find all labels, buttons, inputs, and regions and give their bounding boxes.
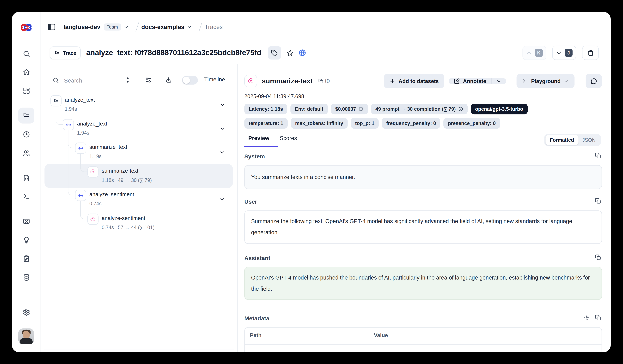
chevron-down-icon [556,50,562,56]
expand-metadata-button[interactable] [584,315,590,321]
sidebar-item-dashboards[interactable] [18,83,34,98]
toggle-knob [183,77,190,84]
add-to-datasets-button[interactable]: Add to datasets [384,74,444,88]
project-switcher-button[interactable] [186,24,192,30]
sidebar-toggle-button[interactable] [47,22,56,31]
trace-type-label: Trace [63,50,76,56]
org-type-badge: Team [104,23,121,30]
shortcut-key-badge: J [565,49,573,57]
clipboard-pen-icon [22,255,30,262]
observation-title: summarize-text [262,77,313,85]
top-header: langfuse-dev Team docs-examples Traces [41,12,611,42]
sidebar-item-annotation[interactable] [18,251,34,266]
timeline-toggle[interactable] [182,76,198,85]
comments-button[interactable] [586,74,602,88]
token-usage: 57 → 44 (∑ 101) [118,225,155,230]
sidebar-item-settings[interactable] [18,304,34,320]
tree-row-span-analyze_sentiment[interactable]: analyze_sentiment 0.74s [41,186,234,209]
generation-icon [88,166,99,177]
chevron-down-icon [564,79,569,84]
sidebar-item-insights[interactable] [18,232,34,248]
sidebar-item-datasets[interactable] [18,269,34,285]
info-icon [358,106,364,111]
section-label-user: User [244,198,257,205]
list-tree-icon [22,111,30,120]
previous-trace-button[interactable]: K [522,46,546,60]
trash-icon [587,49,594,56]
chevron-down-icon [186,24,192,30]
sidebar-item-search[interactable] [18,46,34,62]
annotate-dropdown-button[interactable] [492,78,506,84]
collapse-node-button[interactable] [219,196,225,202]
delete-trace-button[interactable] [582,46,599,60]
sidebar-item-home[interactable] [18,64,34,80]
sidebar-item-traces[interactable] [18,108,34,124]
metadata-col-path: Path [250,332,262,338]
breadcrumb-page[interactable]: Traces [205,23,222,30]
format-formatted-option[interactable]: Formatted [545,135,578,145]
users-icon [22,149,30,157]
search-icon [52,77,59,84]
tree-row-span-summarize_text[interactable]: summarize_text 1.19s [41,139,234,162]
tokens-badge[interactable]: 49 prompt → 30 completion (∑ 79) [371,104,467,114]
tab-scores[interactable]: Scores [280,135,297,143]
breadcrumb-project[interactable]: docs-examples [141,23,184,30]
search-icon [22,50,30,57]
collapse-node-button[interactable] [219,102,225,108]
panel-left-icon [47,22,56,31]
trace-title: analyze_text: f0f78d8887011612a3c25bdcb8… [86,48,261,57]
format-toggle: Formatted JSON [544,134,601,146]
download-button[interactable] [165,77,172,84]
tree-row-generation-analyze-sentiment[interactable]: analyze-sentiment 0.74s57 → 44 (∑ 101) [41,210,234,233]
tree-row-trace-analyze_text[interactable]: analyze_text 1.94s [41,91,234,115]
download-icon [165,77,172,84]
star-icon [286,49,294,57]
collapse-node-button[interactable] [219,149,225,155]
tree-row-span-analyze_text[interactable]: analyze_text 1.94s [41,115,234,138]
tab-preview[interactable]: Preview [248,135,269,143]
format-json-option[interactable]: JSON [578,135,600,145]
terminal-icon [522,78,528,84]
collapse-all-button[interactable] [124,77,131,84]
sidebar-item-sessions[interactable] [18,126,34,142]
search-input[interactable] [63,75,120,86]
copy-user-button[interactable] [595,198,601,204]
assistant-message-box: OpenAI's GPT-4 model has pushed the boun… [244,267,602,300]
breadcrumb-org[interactable]: langfuse-dev [64,23,100,30]
next-trace-button[interactable]: J [552,46,576,60]
copy-assistant-button[interactable] [595,254,601,260]
user-avatar[interactable] [18,328,34,344]
active-tab-underline [244,146,278,147]
annotate-button-group: Annotate [449,78,506,84]
sidebar-item-evaluation[interactable] [18,213,34,229]
breadcrumb-separator [131,21,139,32]
cost-badge[interactable]: $0.00007 [331,104,368,114]
model-badge[interactable]: openai/gpt-3.5-turbo [471,104,528,114]
view-settings-button[interactable] [145,77,152,84]
file-code-icon [22,174,30,182]
trace-type-badge[interactable]: Trace [50,46,81,59]
sidebar-item-users[interactable] [18,145,34,161]
section-label-system: System [244,153,265,160]
copy-system-button[interactable] [595,152,601,159]
tree-row-generation-summarize-text[interactable]: summarize-text 1.18s49 → 30 (∑ 79) [41,162,234,186]
span-icon [75,190,86,201]
fold-vertical-icon [584,315,590,321]
percent-card-icon [22,217,30,225]
collapse-node-button[interactable] [219,126,225,131]
generation-icon [244,75,257,87]
org-switcher-button[interactable] [123,24,129,30]
playground-button[interactable]: Playground [516,74,575,88]
copy-icon [595,198,601,204]
copy-id-button[interactable]: ID [318,79,330,84]
copy-metadata-button[interactable] [595,315,601,321]
chat-bubble-icon [590,78,597,85]
annotate-button[interactable]: Annotate [449,78,491,84]
token-usage: 49 → 30 (∑ 79) [118,177,152,183]
sidebar-item-prompts[interactable] [18,170,34,186]
sidebar-item-playground[interactable] [18,188,34,204]
latency-badge: Latency: 1.18s [244,104,287,114]
bookmark-button[interactable] [286,49,294,57]
public-share-button[interactable] [298,49,306,57]
tag-button[interactable] [268,46,281,60]
